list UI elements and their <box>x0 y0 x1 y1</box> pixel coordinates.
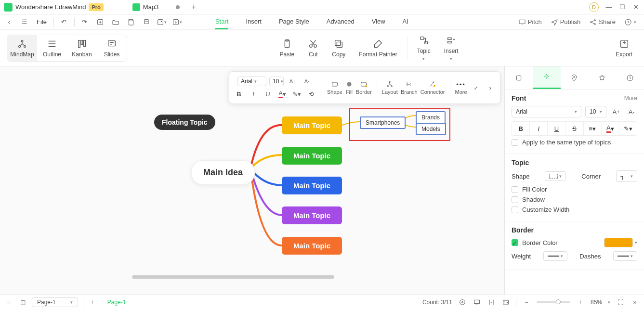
fill-button[interactable]: Fill <box>345 80 353 95</box>
page-selector[interactable]: Page-1▾ <box>32 297 78 307</box>
custom-width-check[interactable]: Customize Width <box>512 206 637 213</box>
current-page-label[interactable]: Page-1 <box>102 299 132 306</box>
tab-start[interactable]: Start <box>215 15 228 29</box>
redo-button[interactable]: ↷ <box>79 16 91 28</box>
apply-same-check[interactable]: Apply to the same type of topics <box>512 139 637 146</box>
format-painter-button[interactable]: Format Painter <box>354 37 402 60</box>
main-topic-4[interactable]: Main Topic <box>282 206 342 224</box>
window-close[interactable]: ✕ <box>632 4 639 11</box>
tab-advanced[interactable]: Advanced <box>327 15 355 29</box>
fit-icon[interactable] <box>501 298 510 307</box>
horizontal-scrollbar[interactable] <box>0 274 504 280</box>
weight-select[interactable]: ▾ <box>543 251 567 261</box>
view-mindmap[interactable]: MindMap <box>7 35 37 61</box>
tab-ai[interactable]: AI <box>403 15 408 29</box>
italic-icon[interactable]: I <box>248 88 259 100</box>
expand-icon[interactable]: ⤢ <box>470 82 482 93</box>
panel-font-family[interactable]: Arial▾ <box>512 106 581 117</box>
underline-icon[interactable]: U <box>262 88 274 100</box>
panel-bold[interactable]: B <box>512 122 530 135</box>
window-minimize[interactable]: — <box>605 4 612 11</box>
topic-button[interactable]: Topic▾ <box>412 33 435 63</box>
view-outline[interactable]: Outline <box>37 35 67 61</box>
zoom-in-button[interactable]: ＋ <box>576 298 585 307</box>
branch-button[interactable]: Branch <box>401 80 418 95</box>
pitch-button[interactable]: Pitch <box>518 18 542 26</box>
help-button[interactable]: ▾ <box>624 18 636 26</box>
add-page-button[interactable]: ＋ <box>88 298 97 307</box>
panel-tab-style[interactable] <box>505 66 533 89</box>
compact-icon[interactable] <box>487 298 496 307</box>
subtopic-smartphones[interactable]: Smartphones <box>360 116 406 129</box>
layout-button[interactable]: Layout <box>382 80 398 95</box>
add-tab-button[interactable]: + <box>191 3 196 12</box>
panel-strike[interactable]: S <box>565 122 583 135</box>
panel-tab-marker[interactable] <box>561 66 589 89</box>
connector-button[interactable]: Connector <box>421 80 445 95</box>
outline-toggle-icon[interactable]: ≣ <box>5 298 13 307</box>
border-button[interactable]: Border <box>356 80 372 95</box>
open-button[interactable] <box>109 16 122 28</box>
save-button[interactable] <box>125 16 137 28</box>
cut-button[interactable]: Cut <box>303 37 323 60</box>
border-color-swatch[interactable]: ▾ <box>604 238 637 247</box>
floating-topic[interactable]: Floating Topic <box>154 115 215 130</box>
new-button[interactable] <box>94 16 106 28</box>
main-topic-1[interactable]: Main Topic <box>282 116 342 134</box>
corner-select[interactable]: ┐▾ <box>616 170 637 182</box>
dashes-select[interactable]: ▾ <box>613 251 637 261</box>
view-kanban[interactable]: Kanban <box>67 35 97 61</box>
zoom-slider[interactable] <box>537 301 570 303</box>
present-icon[interactable] <box>473 298 481 307</box>
shape-select[interactable]: ▾ <box>545 171 566 181</box>
undo-button[interactable]: ↶ <box>58 16 70 28</box>
print-button[interactable] <box>140 16 153 28</box>
menu-icon[interactable]: ☰ <box>18 16 31 28</box>
split-icon[interactable]: ◫ <box>18 298 27 307</box>
publish-button[interactable]: Publish <box>551 18 581 26</box>
scroll-right-icon[interactable]: › <box>485 82 496 93</box>
file-menu[interactable]: File <box>34 18 50 26</box>
share-button[interactable]: Share <box>589 18 616 26</box>
tab-page-style[interactable]: Page Style <box>279 15 309 29</box>
paste-button[interactable]: Paste <box>275 37 300 60</box>
font-family-select[interactable]: Arial▾ <box>237 77 266 86</box>
copy-button[interactable]: Copy <box>327 37 350 60</box>
decrease-font-icon[interactable]: A- <box>301 76 313 87</box>
panel-tab-clipart[interactable] <box>588 66 616 89</box>
clear-format-icon[interactable]: ⟲ <box>305 88 317 100</box>
zoom-label[interactable]: 85% <box>591 299 602 306</box>
panel-tab-history[interactable] <box>616 66 644 89</box>
more-button[interactable]: •••More <box>455 81 467 95</box>
fullscreen-icon[interactable]: ⛶ <box>616 298 625 307</box>
panel-font-size[interactable]: 10▾ <box>585 106 606 117</box>
back-button[interactable]: ‹ <box>3 16 15 28</box>
zoom-out-button[interactable]: − <box>522 298 531 307</box>
document-tab[interactable]: Map3 <box>128 1 185 13</box>
panel-increase-font[interactable]: A+ <box>610 106 622 117</box>
font-more-link[interactable]: More <box>624 95 637 102</box>
shape-button[interactable]: Shape <box>327 80 342 95</box>
panel-align[interactable]: ≡▾ <box>584 122 602 135</box>
main-idea-node[interactable]: Main Idea <box>191 160 255 185</box>
font-size-select[interactable]: 10▾ <box>269 77 284 86</box>
main-topic-5[interactable]: Main Topic <box>282 237 342 255</box>
canvas[interactable]: Floating Topic Main Idea Main Topic Main… <box>0 66 504 295</box>
panel-underline[interactable]: U <box>548 122 565 135</box>
panel-tab-ai[interactable] <box>533 66 561 89</box>
recenter-icon[interactable] <box>458 298 467 307</box>
view-slides[interactable]: Slides <box>97 35 127 61</box>
subtopic-brands[interactable]: Brands <box>416 111 446 124</box>
panel-italic[interactable]: I <box>530 122 548 135</box>
insert-button[interactable]: Insert▾ <box>439 33 463 63</box>
border-color-check[interactable]: ✓Border Color <box>512 239 558 246</box>
panel-decrease-font[interactable]: A- <box>626 106 637 117</box>
import-dropdown[interactable]: ▾ <box>171 16 184 28</box>
user-avatar[interactable]: D <box>589 2 599 12</box>
tab-insert[interactable]: Insert <box>246 15 262 29</box>
main-topic-2[interactable]: Main Topic <box>282 147 342 165</box>
fill-color-check[interactable]: Fill Color <box>512 186 637 193</box>
increase-font-icon[interactable]: A+ <box>287 76 298 87</box>
highlight-icon[interactable]: ✎▾ <box>291 88 302 100</box>
tab-view[interactable]: View <box>372 15 385 29</box>
